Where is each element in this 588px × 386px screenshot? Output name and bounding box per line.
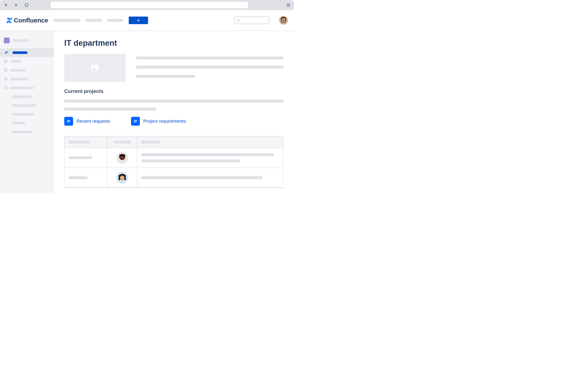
table-cell-avatar[interactable]	[107, 148, 137, 168]
sidebar-item-label	[10, 69, 25, 72]
sidebar-item[interactable]	[0, 119, 54, 128]
confluence-icon	[6, 18, 12, 23]
text-placeholder	[136, 66, 284, 69]
svg-point-30	[123, 157, 123, 157]
user-avatar	[117, 152, 128, 163]
text-placeholder	[136, 75, 195, 78]
table-cell-avatar[interactable]	[107, 168, 137, 188]
page-link-recent-requests[interactable]: Recent requests	[64, 117, 110, 126]
refresh-icon[interactable]	[24, 3, 29, 7]
sidebar-item[interactable]	[0, 101, 54, 110]
sidebar-item-label	[13, 96, 32, 98]
sidebar-item[interactable]	[0, 75, 54, 83]
page-icon	[131, 117, 140, 126]
search-icon	[237, 19, 240, 22]
product-logo[interactable]: Confluence	[6, 17, 48, 24]
avatar-image	[279, 16, 288, 24]
app-body: IT department Current projects	[0, 31, 294, 193]
text-placeholder	[64, 108, 156, 111]
content-table	[64, 136, 284, 188]
text-placeholder	[141, 153, 274, 156]
sidebar-item-label	[10, 78, 27, 80]
sidebar-item-label	[13, 51, 27, 54]
text-placeholder	[136, 57, 284, 59]
hero-text	[136, 54, 284, 82]
sidebar-item[interactable]	[0, 83, 54, 92]
hero-section	[64, 54, 284, 82]
page-content: IT department Current projects	[54, 31, 294, 193]
sidebar-item-active[interactable]	[0, 48, 54, 57]
forward-icon[interactable]	[14, 3, 19, 7]
page-icon	[64, 117, 73, 126]
sidebar-space-header[interactable]	[0, 36, 54, 45]
create-button[interactable]	[129, 17, 148, 24]
sidebar-item[interactable]	[0, 92, 54, 101]
plus-icon	[136, 18, 141, 22]
nav-item-placeholder[interactable]	[86, 19, 102, 22]
svg-point-32	[120, 175, 125, 180]
section-title: Current projects	[64, 88, 284, 94]
page-link-label: Recent requests	[76, 118, 110, 124]
table-header-cell	[107, 136, 137, 148]
profile-avatar[interactable]	[279, 16, 288, 24]
page-tree-icon	[4, 50, 10, 56]
sidebar-item-label	[10, 60, 21, 63]
sidebar-item[interactable]	[0, 110, 54, 119]
text-placeholder	[141, 159, 240, 162]
page-link-project-requirements[interactable]: Project requirements	[131, 117, 186, 126]
table-header-row	[64, 136, 283, 148]
search-input[interactable]	[234, 17, 269, 24]
nav-item-placeholder[interactable]	[54, 19, 81, 22]
sidebar-item-label	[13, 131, 32, 133]
sidebar	[0, 31, 54, 193]
bullet-icon	[4, 86, 8, 90]
svg-point-12	[284, 19, 285, 20]
url-bar[interactable]	[51, 2, 248, 8]
table-row	[64, 148, 283, 168]
table-row	[64, 168, 283, 188]
browser-nav	[3, 3, 29, 7]
sidebar-item-label	[13, 113, 34, 116]
text-placeholder	[64, 100, 284, 103]
sidebar-item-label	[13, 104, 36, 107]
sidebar-item-label	[10, 87, 34, 89]
svg-point-7	[237, 19, 239, 21]
page-title: IT department	[64, 39, 284, 48]
back-icon[interactable]	[3, 3, 8, 7]
section-body	[64, 100, 284, 111]
svg-line-8	[239, 21, 240, 22]
sidebar-item-label	[13, 122, 25, 124]
hero-image-placeholder	[64, 54, 126, 82]
table-cell	[64, 168, 107, 188]
text-placeholder	[141, 176, 262, 179]
sidebar-item-label	[13, 39, 29, 42]
browser-chrome	[0, 0, 294, 10]
table-cell	[64, 148, 107, 168]
app-header: Confluence	[0, 10, 294, 31]
sidebar-item[interactable]	[0, 66, 54, 75]
product-name: Confluence	[14, 17, 48, 24]
bullet-icon	[4, 59, 8, 63]
image-icon	[90, 63, 100, 73]
svg-point-19	[93, 66, 94, 68]
space-icon	[4, 38, 10, 43]
table-cell	[137, 148, 283, 168]
sidebar-item[interactable]	[0, 128, 54, 136]
page-links: Recent requests Project requirements	[64, 117, 284, 126]
bullet-icon	[4, 77, 8, 81]
sidebar-item[interactable]	[0, 57, 54, 66]
table-header-cell	[64, 136, 107, 148]
bullet-icon	[4, 68, 8, 72]
hamburger-icon[interactable]	[286, 3, 291, 7]
user-avatar	[117, 172, 128, 183]
svg-point-29	[121, 157, 122, 157]
nav-item-placeholder[interactable]	[107, 19, 123, 22]
svg-point-11	[283, 19, 283, 20]
page-link-label: Project requirements	[143, 118, 186, 124]
table-header-cell	[137, 136, 283, 148]
table-cell	[137, 168, 283, 188]
